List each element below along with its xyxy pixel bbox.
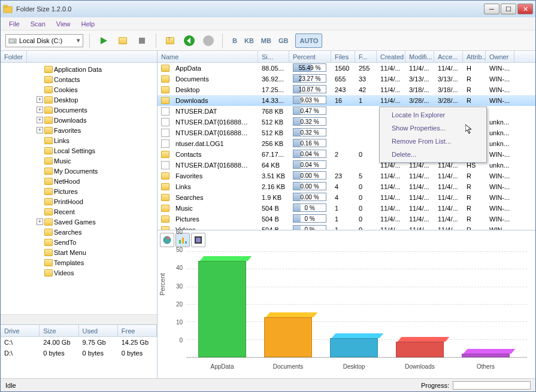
file-col-header[interactable]: Name <box>158 51 258 62</box>
folder-icon <box>44 86 53 93</box>
tree-item[interactable]: Recent <box>1 206 157 217</box>
tree-item[interactable]: +Desktop <box>1 95 157 105</box>
tree-item[interactable]: SendTo <box>1 237 157 247</box>
stop-button[interactable] <box>134 33 150 48</box>
file-row[interactable]: Documents36.92...23.27 %6553311/4/...3/1… <box>158 74 535 84</box>
folder-icon <box>44 208 53 215</box>
menu-view[interactable]: View <box>52 19 75 29</box>
context-menu-item[interactable]: Locate In Explorer <box>381 108 485 121</box>
file-col-header[interactable]: Si... <box>258 51 289 62</box>
expand-icon[interactable]: + <box>37 127 43 133</box>
file-row[interactable]: Pictures504 B0 %1011/4/...11/4/...11/4/.… <box>158 214 535 224</box>
tree-item-label: Downloads <box>54 117 86 124</box>
tree-item[interactable]: +Favorites <box>1 125 157 135</box>
tree-item[interactable]: +Saved Games <box>1 217 157 227</box>
drive-selector[interactable]: Local Disk (C:) ▾ <box>5 34 83 47</box>
file-col-header[interactable]: Acce... <box>434 51 463 62</box>
drives-col-free[interactable]: Free <box>118 325 157 336</box>
unit-auto-button[interactable]: AUTO <box>295 34 322 48</box>
file-col-header[interactable]: F... <box>355 51 377 62</box>
chart-xlabel: AppData <box>198 363 246 370</box>
file-row[interactable]: Favorites3.51 KB0.00 %23511/4/...11/4/..… <box>158 171 535 181</box>
tree-item[interactable]: Pictures <box>1 186 157 196</box>
unit-kb-button[interactable]: KB <box>241 34 258 48</box>
tree-item[interactable]: Templates <box>1 257 157 268</box>
expand-icon[interactable]: + <box>37 96 43 103</box>
unit-b-button[interactable]: B <box>229 34 241 48</box>
scan-folder-button[interactable] <box>115 33 131 48</box>
file-row[interactable]: Downloads14.33...9.03 %16111/4/...3/28/.… <box>158 95 535 106</box>
context-menu-item[interactable]: Show Properties... <box>381 121 485 135</box>
file-col-header[interactable]: Modifi... <box>405 51 434 62</box>
play-button[interactable] <box>96 33 111 48</box>
tree-item-label: Start Menu <box>54 249 86 256</box>
drives-panel: DriveSizeUsedFree C:\24.00 Gb9.75 Gb14.2… <box>1 324 157 378</box>
file-row[interactable]: Desktop17.25...10.87 %2434211/4/...3/18/… <box>158 84 535 95</box>
context-menu-item[interactable]: Delete... <box>381 148 485 161</box>
folder-icon <box>161 97 169 104</box>
file-row[interactable]: AppData88.05...55.49 %156025511/4/...11/… <box>158 63 535 74</box>
back-button[interactable] <box>181 33 197 48</box>
tree-item[interactable]: +Documents <box>1 105 157 115</box>
tree-item[interactable]: NetHood <box>1 176 157 186</box>
file-col-header[interactable]: Attrib... <box>463 51 486 62</box>
chart-pie-button[interactable] <box>160 233 174 247</box>
folder-icon <box>44 259 53 266</box>
folder-icon <box>44 178 53 185</box>
file-row[interactable]: Searches1.9 KB0.00 %4011/4/...11/4/...11… <box>158 192 535 203</box>
tree-item[interactable]: Music <box>1 156 157 166</box>
file-col-header[interactable]: Owner <box>486 51 514 62</box>
drives-col-used[interactable]: Used <box>79 325 118 336</box>
tree-item[interactable]: PrintHood <box>1 196 157 206</box>
tree-item[interactable]: Local Settings <box>1 145 157 156</box>
tree-item[interactable]: Videos <box>1 268 157 278</box>
tree-item-label: Links <box>54 137 69 144</box>
menu-file[interactable]: File <box>4 19 25 29</box>
svg-rect-11 <box>179 240 181 244</box>
tree-item[interactable]: Contacts <box>1 74 157 84</box>
menu-scan[interactable]: Scan <box>26 19 50 29</box>
context-menu-item[interactable]: Remove From List... <box>381 135 485 148</box>
tree-item-label: Documents <box>54 107 87 114</box>
expand-icon[interactable]: + <box>37 117 43 123</box>
tree-item[interactable]: Links <box>1 135 157 145</box>
drive-row[interactable]: D:\0 bytes0 bytes0 bytes <box>1 348 157 358</box>
file-row[interactable]: Music504 B0 %1011/4/...11/4/...11/4/...R… <box>158 203 535 214</box>
drives-col-drive[interactable]: Drive <box>1 325 40 336</box>
tree-item[interactable]: +Downloads <box>1 115 157 125</box>
maximize-button[interactable]: ☐ <box>501 4 516 14</box>
file-col-header[interactable]: Files <box>331 51 355 62</box>
file-col-header[interactable]: Created <box>377 51 405 62</box>
tree-scrollbar[interactable] <box>1 314 157 324</box>
chart-details-button[interactable] <box>191 233 205 247</box>
tree-item-label: Saved Games <box>54 218 96 226</box>
folder-icon <box>44 198 53 205</box>
close-button[interactable]: ✕ <box>517 4 533 14</box>
folder-tree[interactable]: Application DataContactsCookies+Desktop+… <box>1 63 157 314</box>
menu-help[interactable]: Help <box>76 19 99 29</box>
file-icon <box>161 129 169 137</box>
tree-item[interactable]: My Documents <box>1 166 157 176</box>
expand-icon[interactable]: + <box>37 107 43 113</box>
tree-item[interactable]: Searches <box>1 227 157 237</box>
folder-icon <box>161 151 169 158</box>
tree-item-label: Desktop <box>54 96 78 104</box>
file-row[interactable]: Links2.16 KB0.00 %4011/4/...11/4/...11/4… <box>158 181 535 192</box>
tree-item-label: Videos <box>54 269 74 276</box>
file-row[interactable]: Videos504 B0 %1011/4/...11/4/...11/4/...… <box>158 224 535 230</box>
drives-col-size[interactable]: Size <box>40 325 78 336</box>
minimize-button[interactable]: ─ <box>484 4 499 14</box>
file-list[interactable]: AppData88.05...55.49 %156025511/4/...11/… <box>158 63 535 230</box>
tree-item[interactable]: Cookies <box>1 84 157 95</box>
tree-item[interactable]: Application Data <box>1 64 157 74</box>
folder-icon <box>44 96 53 104</box>
file-col-header[interactable]: Percent <box>289 51 331 62</box>
forward-button[interactable] <box>201 33 216 48</box>
svg-rect-13 <box>185 241 187 244</box>
up-folder-button[interactable]: ↑ <box>162 33 178 48</box>
tree-item[interactable]: Start Menu <box>1 247 157 257</box>
unit-mb-button[interactable]: MB <box>258 34 275 48</box>
expand-icon[interactable]: + <box>37 218 43 225</box>
unit-gb-button[interactable]: GB <box>275 34 292 48</box>
drive-row[interactable]: C:\24.00 Gb9.75 Gb14.25 Gb <box>1 337 157 348</box>
